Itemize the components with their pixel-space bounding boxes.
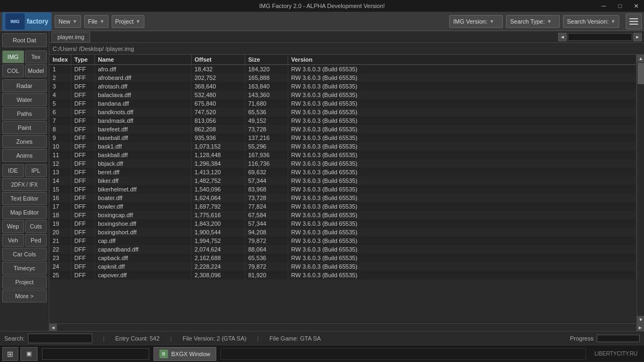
- new-dropdown[interactable]: New ▼: [55, 15, 81, 28]
- cell-version: RW 3.6.0.3 (Build 65535): [288, 211, 636, 219]
- table-row[interactable]: 25DFFcapover.dff2,308,09681,920RW 3.6.0.…: [49, 271, 636, 279]
- cell-index: 16: [49, 194, 71, 202]
- table-row[interactable]: 1DFFafro.dff18,432184,320RW 3.6.0.3 (Bui…: [49, 65, 636, 74]
- main-area: Root Dat IMG Tex COL Model Radar Water P…: [0, 31, 644, 331]
- tab-col[interactable]: COL: [2, 64, 24, 77]
- taskbar-input: [42, 348, 149, 360]
- cell-name: bikerhelmet.dff: [94, 185, 191, 194]
- vscroll-up-button[interactable]: ▲: [637, 55, 644, 62]
- sidebar-item-ped[interactable]: Ped: [25, 234, 47, 247]
- col-header-type: Type: [71, 55, 94, 65]
- cell-offset: 675,840: [191, 99, 245, 108]
- sidebar-item-car-cols[interactable]: Car Cols: [2, 248, 47, 261]
- cell-name: capback.dff: [94, 254, 191, 262]
- cell-size: 65,536: [245, 254, 288, 262]
- vscroll-down-button[interactable]: ▼: [637, 316, 644, 323]
- table-row[interactable]: 24DFFcapknit.dff2,228,22479,872RW 3.6.0.…: [49, 262, 636, 271]
- sidebar-item-ide[interactable]: IDE: [2, 164, 24, 177]
- cell-type: DFF: [71, 73, 94, 82]
- col-header-version: Version: [288, 55, 636, 65]
- tab-model[interactable]: Model: [25, 64, 47, 77]
- minimize-button[interactable]: ─: [596, 0, 612, 12]
- sidebar-item-timecyc[interactable]: Timecyc: [2, 262, 47, 275]
- search-input[interactable]: [28, 334, 92, 343]
- cell-version: RW 3.6.0.3 (Build 65535): [288, 108, 636, 116]
- table-row[interactable]: 20DFFboxingshort.dff1,900,54494,208RW 3.…: [49, 228, 636, 237]
- search-version-dropdown[interactable]: Search Version: ▼: [563, 15, 619, 28]
- tab-img[interactable]: IMG: [2, 50, 24, 63]
- sidebar-item-paint[interactable]: Paint: [2, 121, 47, 134]
- table-row[interactable]: 10DFFbask1.dff1,073,15255,296RW 3.6.0.3 …: [49, 142, 636, 151]
- cell-type: DFF: [71, 176, 94, 185]
- table-row[interactable]: 3DFFafrotash.dff368,640163,840RW 3.6.0.3…: [49, 82, 636, 91]
- hscroll-left-button[interactable]: ◄: [558, 33, 567, 41]
- sidebar-item-2dfx[interactable]: 2DFX / IFX: [2, 178, 47, 191]
- cell-offset: 1,994,752: [191, 237, 245, 245]
- sidebar-item-text-editor[interactable]: Text Editor: [2, 192, 47, 205]
- project-dropdown[interactable]: Project ▼: [112, 15, 144, 28]
- cell-size: 79,872: [245, 262, 288, 271]
- cell-index: 13: [49, 168, 71, 176]
- cell-offset: 1,843,200: [191, 219, 245, 228]
- img-version-dropdown[interactable]: IMG Version: ▼: [449, 15, 503, 28]
- cell-type: DFF: [71, 168, 94, 176]
- sidebar-item-map-editor[interactable]: Map Editor: [2, 206, 47, 219]
- table-row[interactable]: 2DFFafrobeard.dff202,752165,888RW 3.6.0.…: [49, 73, 636, 82]
- table-row[interactable]: 14DFFbiker.dff1,482,75257,344RW 3.6.0.3 …: [49, 176, 636, 185]
- sidebar-item-zones[interactable]: Zones: [2, 135, 47, 148]
- table-row[interactable]: 16DFFboater.dff1,624,06473,728RW 3.6.0.3…: [49, 194, 636, 202]
- root-dat-button[interactable]: Root Dat: [2, 33, 47, 47]
- table-row[interactable]: 9DFFbaseball.dff935,936137,216RW 3.6.0.3…: [49, 134, 636, 142]
- sidebar-item-ipl[interactable]: IPL: [25, 164, 47, 177]
- hscroll-bottom-right[interactable]: ►: [636, 324, 644, 331]
- sidebar-item-paths[interactable]: Paths: [2, 107, 47, 120]
- table-row[interactable]: 23DFFcapback.dff2,162,68865,536RW 3.6.0.…: [49, 254, 636, 262]
- file-dropdown[interactable]: File ▼: [84, 15, 108, 28]
- table-row[interactable]: 4DFFbalaclava.dff532,480143,360RW 3.6.0.…: [49, 91, 636, 99]
- search-type-dropdown[interactable]: Search Type: ▼: [506, 15, 560, 28]
- table-row[interactable]: 13DFFberet.dff1,413,12069,632RW 3.6.0.3 …: [49, 168, 636, 176]
- sidebar-item-water[interactable]: Water: [2, 93, 47, 106]
- cell-version: RW 3.6.0.3 (Build 65535): [288, 159, 636, 168]
- table-row[interactable]: 5DFFbandana.dff675,84071,680RW 3.6.0.3 (…: [49, 99, 636, 108]
- close-button[interactable]: ✕: [628, 0, 644, 12]
- table-area: Index Type Name Offset Size Version 1DFF…: [49, 55, 644, 323]
- sidebar-item-project[interactable]: Project: [2, 276, 47, 289]
- sidebar-item-radar[interactable]: Radar: [2, 79, 47, 92]
- sidebar-item-cuts[interactable]: Cuts: [25, 220, 47, 233]
- table-container[interactable]: Index Type Name Offset Size Version 1DFF…: [49, 55, 636, 323]
- sidebar-item-wep[interactable]: Wep: [2, 220, 24, 233]
- sidebar-item-more[interactable]: More >: [2, 290, 47, 302]
- table-row[interactable]: 22DFFcapandband.dff2,074,62488,064RW 3.6…: [49, 245, 636, 254]
- cell-name: balaclava.dff: [94, 91, 191, 99]
- cell-offset: 935,936: [191, 134, 245, 142]
- cell-size: 69,632: [245, 168, 288, 176]
- hamburger-button[interactable]: [626, 13, 642, 29]
- taskbar-task-bxgx[interactable]: B BXGX Window: [153, 347, 216, 361]
- tab-tex[interactable]: Tex: [25, 50, 47, 63]
- sidebar-item-veh[interactable]: Veh: [2, 234, 24, 247]
- table-row[interactable]: 11DFFbaskball.dff1,128,448167,936RW 3.6.…: [49, 151, 636, 159]
- file-tab[interactable]: player.img: [52, 32, 90, 42]
- table-row[interactable]: 18DFFboxingcap.dff1,775,61667,584RW 3.6.…: [49, 211, 636, 219]
- table-row[interactable]: 7DFFbandmask.dff813,05649,152RW 3.6.0.3 …: [49, 116, 636, 125]
- table-row[interactable]: 15DFFbikerhelmet.dff1,540,09683,968RW 3.…: [49, 185, 636, 194]
- vscroll-thumb[interactable]: [638, 63, 644, 84]
- table-row[interactable]: 17DFFbowler.dff1,697,79277,824RW 3.6.0.3…: [49, 202, 636, 211]
- hscroll-right-button[interactable]: ►: [633, 33, 642, 41]
- col-header-offset: Offset: [191, 55, 245, 65]
- sidebar-item-anims[interactable]: Anims: [2, 149, 47, 162]
- hscroll-bottom-left[interactable]: ◄: [49, 324, 57, 331]
- cell-offset: 1,482,752: [191, 176, 245, 185]
- table-row[interactable]: 21DFFcap.dff1,994,75279,872RW 3.6.0.3 (B…: [49, 237, 636, 245]
- table-row[interactable]: 12DFFbbjack.dff1,296,384116,736RW 3.6.0.…: [49, 159, 636, 168]
- title-bar: IMG Factory 2.0 - ALPHA Development Vers…: [0, 0, 644, 12]
- table-row[interactable]: 6DFFbandknots.dff747,52065,536RW 3.6.0.3…: [49, 108, 636, 116]
- table-row[interactable]: 19DFFboxingshoe.dff1,843,20057,344RW 3.6…: [49, 219, 636, 228]
- taskbar-app-button[interactable]: ▣: [20, 347, 38, 361]
- start-button[interactable]: ⊞: [2, 347, 18, 361]
- table-row[interactable]: 8DFFbarefeet.dff862,20873,728RW 3.6.0.3 …: [49, 125, 636, 134]
- cell-size: 57,344: [245, 176, 288, 185]
- maximize-button[interactable]: □: [612, 0, 628, 12]
- cell-name: afro.dff: [94, 65, 191, 74]
